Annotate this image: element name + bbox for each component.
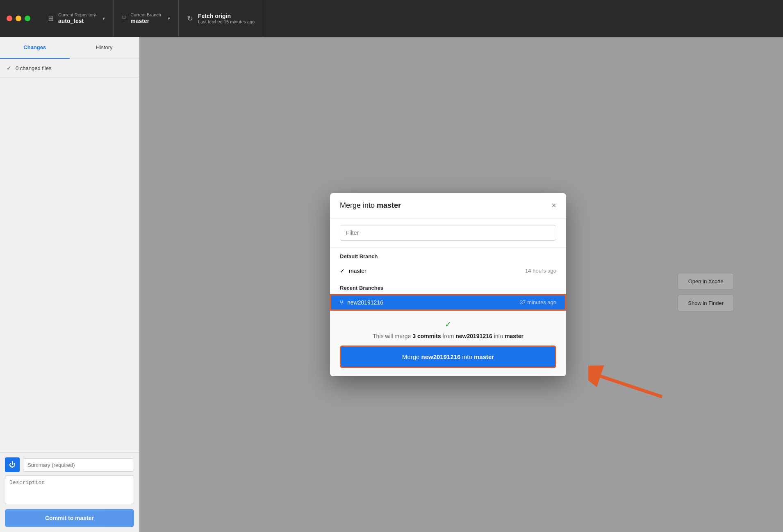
fetch-section[interactable]: ↻ Fetch origin Last fetched 15 minutes a… — [179, 0, 263, 37]
app-body: Changes History ✓ 0 changed files ⏻ Comm… — [0, 37, 783, 532]
tab-changes[interactable]: Changes — [0, 37, 70, 59]
master-branch-name: master — [349, 268, 366, 274]
default-branch-header: Default Branch — [330, 248, 566, 263]
modal-title-branch: master — [377, 201, 401, 209]
merge-info-prefix: This will merge — [373, 333, 412, 339]
merge-info-from: from — [441, 333, 455, 339]
new-branch-icon: ⑂ — [340, 299, 343, 306]
traffic-lights — [7, 16, 30, 21]
merge-btn-middle: into — [460, 353, 474, 360]
branch-label: Current Branch — [130, 12, 161, 18]
arrow-annotation — [588, 364, 670, 413]
branch-item-master[interactable]: ✓ master 14 hours ago — [330, 263, 566, 279]
modal-overlay[interactable]: Merge into master × Default Branch ✓ — [139, 37, 783, 532]
commit-button[interactable]: Commit to master — [5, 509, 134, 527]
branch-item-new20191216[interactable]: ⑂ new20191216 37 minutes ago — [330, 294, 566, 311]
merge-btn-target: master — [474, 353, 494, 360]
merge-info-source: new20191216 — [455, 333, 492, 339]
modal-title-prefix: Merge into — [340, 201, 377, 209]
master-branch-time: 14 hours ago — [525, 268, 556, 274]
commit-description-input[interactable] — [5, 475, 134, 504]
current-branch-section[interactable]: ⑂ Current Branch master ▾ — [114, 0, 179, 37]
monitor-icon: 🖥 — [47, 14, 54, 23]
merge-info: ✓ This will merge 3 commits from new2019… — [340, 319, 556, 340]
fullscreen-button[interactable] — [25, 16, 30, 21]
merge-btn-prefix: Merge — [402, 353, 421, 360]
fetch-sub: Last fetched 15 minutes ago — [198, 19, 255, 24]
modal-title: Merge into master — [340, 201, 401, 210]
branch-item-master-left: ✓ master — [340, 268, 366, 274]
titlebar: 🖥 Current Repository auto_test ▾ ⑂ Curre… — [0, 0, 783, 37]
current-repository-section[interactable]: 🖥 Current Repository auto_test ▾ — [39, 0, 114, 37]
new-branch-time: 37 minutes ago — [520, 299, 556, 305]
commit-area: ⏻ Commit to master — [0, 452, 139, 532]
tab-history[interactable]: History — [70, 37, 139, 59]
fetch-icon: ↻ — [187, 14, 193, 23]
branch-chevron-icon: ▾ — [168, 16, 170, 21]
fetch-label: Fetch origin — [198, 13, 255, 19]
minimize-button[interactable] — [16, 16, 21, 21]
branch-item-new-left: ⑂ new20191216 — [340, 299, 383, 306]
changed-files-bar: ✓ 0 changed files — [0, 59, 139, 77]
repo-chevron-icon: ▾ — [102, 16, 105, 21]
merge-modal: Merge into master × Default Branch ✓ — [330, 193, 566, 376]
sidebar: Changes History ✓ 0 changed files ⏻ Comm… — [0, 37, 139, 532]
branch-filter-input[interactable] — [340, 225, 556, 241]
merge-info-commits: 3 commits — [412, 333, 441, 339]
modal-close-button[interactable]: × — [551, 201, 556, 209]
merge-info-target: master — [505, 333, 524, 339]
recent-branches-header: Recent Branches — [330, 279, 566, 294]
commit-summary-input[interactable] — [23, 458, 134, 472]
main-content: Open in Xcode Show in Finder Merge into … — [139, 37, 783, 532]
merge-button[interactable]: Merge new20191216 into master — [340, 346, 556, 368]
repo-label: Current Repository — [58, 12, 96, 18]
modal-container: Merge into master × Default Branch ✓ — [330, 193, 592, 376]
svg-line-1 — [601, 376, 662, 397]
modal-header: Merge into master × — [330, 193, 566, 218]
merge-btn-source: new20191216 — [421, 353, 461, 360]
checkmark-icon: ✓ — [340, 268, 345, 274]
branch-list: Default Branch ✓ master 14 hours ago Rec… — [330, 248, 566, 311]
commit-summary-row: ⏻ — [5, 457, 134, 472]
close-button[interactable] — [7, 16, 12, 21]
sidebar-tabs: Changes History — [0, 37, 139, 59]
repo-name: auto_test — [58, 18, 96, 25]
modal-footer: ✓ This will merge 3 commits from new2019… — [330, 311, 566, 376]
modal-filter-section — [330, 218, 566, 248]
merge-info-into: into — [492, 333, 505, 339]
new-branch-name: new20191216 — [347, 299, 383, 306]
check-icon: ✓ — [7, 65, 11, 71]
branch-icon: ⑂ — [122, 14, 126, 23]
branch-name: master — [130, 18, 161, 25]
commit-avatar: ⏻ — [5, 457, 20, 472]
sidebar-content — [0, 77, 139, 452]
merge-check-icon: ✓ — [340, 319, 556, 329]
changed-files-count: 0 changed files — [16, 65, 51, 71]
merge-info-text: This will merge 3 commits from new201912… — [373, 333, 524, 339]
